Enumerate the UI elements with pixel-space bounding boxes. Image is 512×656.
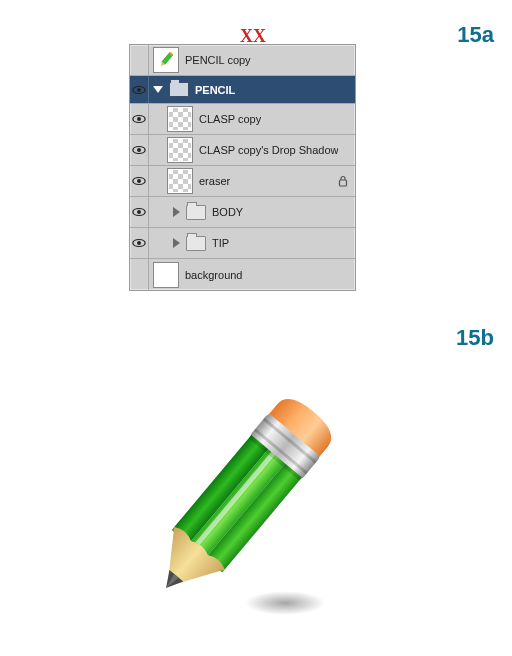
- layer-row-pencil-copy[interactable]: PENCIL copy: [130, 45, 355, 76]
- layer-label: eraser: [199, 175, 230, 187]
- svg-point-8: [137, 148, 141, 152]
- folder-icon: [169, 82, 189, 97]
- layer-label: BODY: [212, 206, 243, 218]
- visibility-toggle[interactable]: [130, 166, 149, 196]
- layer-thumbnail: [167, 137, 193, 163]
- visibility-toggle[interactable]: [130, 259, 149, 290]
- svg-point-10: [137, 179, 141, 183]
- pencil-artwork: [120, 370, 360, 630]
- visibility-toggle[interactable]: [130, 135, 149, 165]
- folder-icon: [186, 205, 206, 220]
- visibility-toggle[interactable]: [130, 45, 149, 75]
- layer-row-clasp-copy[interactable]: CLASP copy: [130, 104, 355, 135]
- layer-thumbnail: [167, 168, 193, 194]
- visibility-toggle[interactable]: [130, 76, 149, 103]
- svg-rect-11: [340, 180, 347, 186]
- layer-row-body-group[interactable]: BODY: [130, 197, 355, 228]
- layer-thumbnail: [167, 106, 193, 132]
- svg-point-15: [137, 241, 141, 245]
- layer-thumbnail: [153, 262, 179, 288]
- layer-label: CLASP copy: [199, 113, 261, 125]
- layer-row-background[interactable]: background: [130, 259, 355, 290]
- expand-toggle-icon[interactable]: [173, 238, 180, 248]
- svg-point-13: [137, 210, 141, 214]
- layer-label: PENCIL copy: [185, 54, 251, 66]
- layer-row-tip-group[interactable]: TIP: [130, 228, 355, 259]
- figure-label-b: 15b: [456, 325, 494, 351]
- layer-label: PENCIL: [195, 84, 235, 96]
- expand-toggle-icon[interactable]: [153, 86, 163, 93]
- visibility-toggle[interactable]: [130, 228, 149, 258]
- svg-point-16: [245, 591, 325, 615]
- folder-icon: [186, 236, 206, 251]
- layer-row-eraser[interactable]: eraser: [130, 166, 355, 197]
- layer-label: CLASP copy's Drop Shadow: [199, 144, 338, 156]
- layer-label: background: [185, 269, 243, 281]
- layer-row-pencil-group[interactable]: PENCIL: [130, 76, 355, 104]
- layer-thumbnail: [153, 47, 179, 73]
- visibility-toggle[interactable]: [130, 104, 149, 134]
- layer-label: TIP: [212, 237, 229, 249]
- visibility-toggle[interactable]: [130, 197, 149, 227]
- expand-toggle-icon[interactable]: [173, 207, 180, 217]
- svg-point-6: [137, 117, 141, 121]
- svg-point-4: [137, 88, 141, 92]
- layers-panel: PENCIL copy PENCIL CLASP copy CLASP copy…: [129, 44, 356, 291]
- figure-label-a: 15a: [457, 22, 494, 48]
- lock-icon: [337, 175, 349, 187]
- layer-row-clasp-shadow[interactable]: CLASP copy's Drop Shadow: [130, 135, 355, 166]
